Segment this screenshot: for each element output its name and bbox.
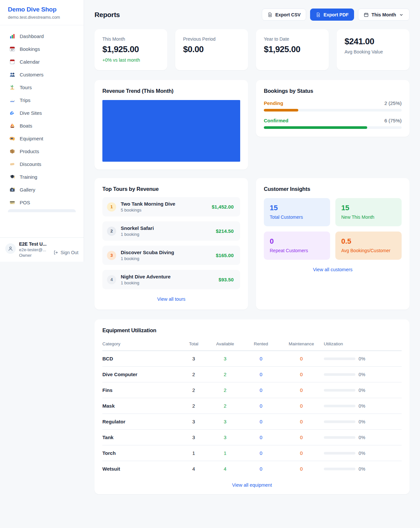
sidebar-item-customers[interactable]: Customers xyxy=(4,68,80,81)
stat-value: $0.00 xyxy=(183,44,240,54)
utilization-percent: 0% xyxy=(359,419,365,424)
sidebar-user-footer: E2E Test U... e2e-tester@... Owner Sign … xyxy=(0,237,84,262)
view-all-tours-link[interactable]: View all tours xyxy=(102,296,240,302)
cell-total: 3 xyxy=(180,351,207,367)
charts-row: Revenue Trend (This Month) Bookings by S… xyxy=(94,80,410,170)
cell-maintenance: 0 xyxy=(279,461,324,477)
people-emoji-icon xyxy=(9,71,15,78)
utilization-bar xyxy=(324,420,355,423)
cell-rented: 0 xyxy=(243,414,279,430)
table-row: Fins 2 2 0 0 0% xyxy=(102,382,402,398)
cell-rented: 0 xyxy=(243,430,279,445)
sidebar-item-gallery[interactable]: Gallery xyxy=(4,183,80,196)
cell-rented: 0 xyxy=(243,351,279,367)
view-all-customers-link[interactable]: View all customers xyxy=(264,267,402,272)
table-row: Wetsuit 4 4 0 0 0% xyxy=(102,461,402,477)
cell-available: 2 xyxy=(207,382,243,398)
cell-total: 2 xyxy=(180,382,207,398)
progress-track xyxy=(264,109,402,112)
speedboat-emoji-icon xyxy=(9,97,15,103)
utilization-bar xyxy=(324,373,355,376)
insight-value: 15 xyxy=(270,204,324,212)
tour-revenue: $93.50 xyxy=(219,277,234,282)
brand-domain: demo.test.divestreams.com xyxy=(8,15,76,20)
calendar-date-emoji-icon: 17 xyxy=(9,46,15,52)
bookings-by-status-title: Bookings by Status xyxy=(264,88,402,94)
main-content: Reports Export CSV Export PDF This Month… xyxy=(84,0,420,528)
insight-label: Total Customers xyxy=(270,214,324,220)
column-header: Rented xyxy=(243,338,279,351)
sidebar-item-pos[interactable]: POS xyxy=(4,196,80,209)
tour-row: 1 Two Tank Morning Dive 5 bookings $1,45… xyxy=(102,197,240,216)
table-row: Torch 1 1 0 0 0% xyxy=(102,445,402,461)
status-label: Confirmed xyxy=(264,118,288,123)
utilization-bar xyxy=(324,357,355,360)
sidebar: Demo Dive Shop demo.test.divestreams.com… xyxy=(0,0,84,262)
export-csv-button[interactable]: Export CSV xyxy=(262,9,306,21)
sidebar-item-discounts[interactable]: Discounts xyxy=(4,158,80,171)
cell-rented: 0 xyxy=(243,461,279,477)
calendar-icon xyxy=(364,12,369,17)
status-count: 6 (75%) xyxy=(384,118,402,123)
sidebar-item-dive-sites[interactable]: Dive Sites xyxy=(4,107,80,119)
camera-emoji-icon xyxy=(9,187,15,193)
stat-value: $241.00 xyxy=(345,36,402,47)
top-tours-title: Top Tours by Revenue xyxy=(102,186,240,192)
insight-tile-repeat-customers: 0 Repeat Customers xyxy=(264,232,330,260)
status-count: 2 (25%) xyxy=(384,100,402,106)
cell-rented: 0 xyxy=(243,382,279,398)
progress-fill xyxy=(264,109,298,112)
sidebar-item-tours[interactable]: Tours xyxy=(4,81,80,94)
logout-icon xyxy=(53,250,58,255)
table-row: Mask 2 2 0 0 0% xyxy=(102,398,402,414)
stat-label: Year to Date xyxy=(264,36,321,42)
utilization-bar xyxy=(324,436,355,439)
tour-name: Snorkel Safari xyxy=(121,225,154,231)
export-pdf-label: Export PDF xyxy=(324,12,348,17)
sidebar-item-reports-partial[interactable] xyxy=(8,209,76,212)
cell-available: 3 xyxy=(207,430,243,445)
sidebar-item-bookings[interactable]: 17 Bookings xyxy=(4,43,80,55)
cell-category: Dive Computer xyxy=(102,367,180,382)
cell-available: 3 xyxy=(207,414,243,430)
revenue-trend-chart xyxy=(102,100,240,162)
sidebar-item-calendar[interactable]: Calendar xyxy=(4,55,80,68)
utilization-percent: 0% xyxy=(359,451,365,456)
sidebar-item-equipment[interactable]: Equipment xyxy=(4,132,80,145)
sidebar-item-dashboard[interactable]: Dashboard xyxy=(4,30,80,43)
sidebar-item-products[interactable]: Products xyxy=(4,145,80,158)
user-email: e2e-tester@... xyxy=(19,247,47,252)
stat-delta: +0% vs last month xyxy=(102,57,159,63)
package-emoji-icon xyxy=(9,148,15,154)
tour-bookings: 1 booking xyxy=(121,256,174,261)
export-pdf-button[interactable]: Export PDF xyxy=(310,9,354,21)
status-row-confirmed: Confirmed 6 (75%) xyxy=(264,118,402,129)
stat-card-avg-booking-value: $241.00 Avg Booking Value xyxy=(337,29,410,70)
period-dropdown[interactable]: This Month xyxy=(358,9,410,21)
table-row: Dive Computer 2 2 0 0 0% xyxy=(102,367,402,382)
tour-bookings: 1 booking xyxy=(121,232,154,237)
cell-available: 3 xyxy=(207,351,243,367)
table-header-row: Category Total Available Rented Maintena… xyxy=(102,338,402,351)
graduation-cap-emoji-icon xyxy=(9,174,15,180)
column-header: Category xyxy=(102,338,180,351)
progress-fill xyxy=(264,126,367,129)
tour-name: Discover Scuba Diving xyxy=(121,250,174,255)
insight-tile-avg-bookings: 0.5 Avg Bookings/Customer xyxy=(335,232,402,260)
cell-maintenance: 0 xyxy=(279,367,324,382)
sidebar-item-label: Bookings xyxy=(20,46,40,52)
stat-card-year-to-date: Year to Date $1,925.00 xyxy=(256,29,329,70)
rank-badge: 4 xyxy=(107,275,116,284)
cell-rented: 0 xyxy=(243,445,279,461)
utilization-percent: 0% xyxy=(359,466,365,472)
sidebar-item-boats[interactable]: Boats xyxy=(4,119,80,132)
view-all-equipment-link[interactable]: View all equipment xyxy=(102,482,402,488)
revenue-trend-card: Revenue Trend (This Month) xyxy=(94,80,248,170)
sidebar-item-trips[interactable]: Trips xyxy=(4,94,80,107)
credit-card-emoji-icon xyxy=(9,199,15,206)
insight-grid: 15 Total Customers 15 New This Month 0 R… xyxy=(264,198,402,260)
insight-value: 0 xyxy=(270,237,324,246)
sidebar-item-training[interactable]: Training xyxy=(4,171,80,183)
sign-out-button[interactable]: Sign Out xyxy=(53,241,78,258)
header-actions: Export CSV Export PDF This Month xyxy=(262,9,410,21)
